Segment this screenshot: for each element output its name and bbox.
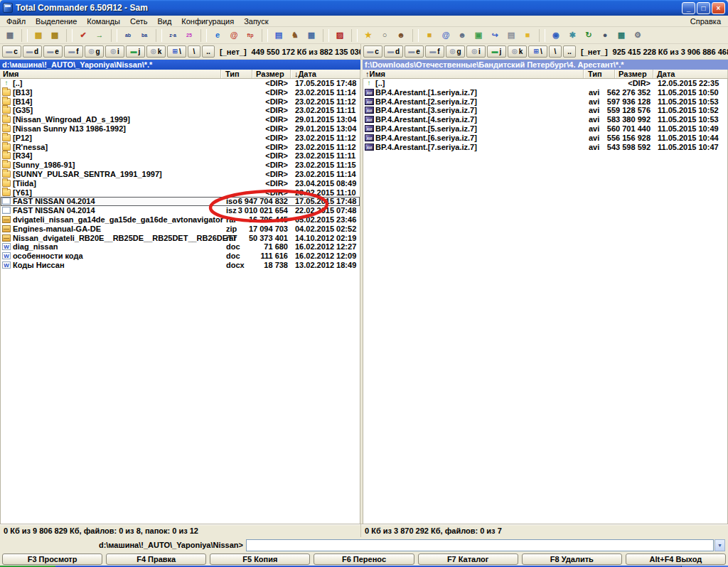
full-view-cube-icon[interactable]: ▩ <box>47 28 63 43</box>
file-row[interactable]: AVIBP.4.Arestant.[4.seriya.iz.7]avi583 3… <box>363 115 727 124</box>
menu-item[interactable]: Вид <box>152 16 176 26</box>
file-row[interactable]: [R'nessa]<DIR>23.02.2015 11:12 <box>1 143 360 152</box>
file-row[interactable]: [G35]<DIR>23.02.2015 11:11 <box>1 106 360 115</box>
file-row[interactable]: [Sunny_1986-91]<DIR>23.02.2015 11:15 <box>1 161 360 170</box>
sort-by-name-icon[interactable]: ab <box>120 28 136 43</box>
services-icon[interactable]: ● <box>597 28 613 43</box>
file-row[interactable]: AVIBP.4.Arestant.[6.seriya.iz.7]avi556 1… <box>363 134 727 143</box>
fkey-alt-f4[interactable]: Alt+F4 Выход <box>626 554 726 565</box>
calculator-icon[interactable]: ▦ <box>304 28 319 43</box>
printer-icon[interactable]: ▤ <box>503 28 519 43</box>
drive-d-button[interactable]: ▬d <box>384 45 403 58</box>
drive-g-button[interactable]: ◎g <box>85 45 104 58</box>
drive-f-button[interactable]: ▬f <box>425 45 444 58</box>
column-header-0[interactable]: ↑Имя <box>363 70 584 78</box>
file-row[interactable]: AVIBP.4.Arestant.[1.seriya.iz.7]avi562 2… <box>363 88 727 97</box>
file-row[interactable]: FAST NISSAN 04.2014iso6 947 704 83217.05… <box>1 197 360 206</box>
file-row[interactable]: Engines-manual-GA-DEzip17 094 70304.02.2… <box>1 225 360 234</box>
restore-button[interactable]: □ <box>697 2 710 14</box>
menu-item[interactable]: Файл <box>1 16 31 26</box>
file-row[interactable]: [R34]<DIR>23.02.2015 11:11 <box>1 151 360 161</box>
command-input[interactable] <box>246 539 714 551</box>
sort-descending-icon[interactable]: z·a <box>165 28 181 43</box>
fkey-f5[interactable]: F5 Копия <box>210 554 310 565</box>
file-row[interactable]: [Tiida]<DIR>23.04.2015 08:49 <box>1 179 360 188</box>
windows-update-icon[interactable]: ↻ <box>581 28 596 43</box>
menu-item[interactable]: Запуск <box>239 16 273 26</box>
users-icon[interactable]: ☻ <box>393 28 409 43</box>
file-row[interactable]: [Y61]<DIR>23.02.2015 11:10 <box>1 188 360 198</box>
drive-e-button[interactable]: ▬e <box>405 45 424 58</box>
column-header-3[interactable]: ↓Дата <box>291 70 360 78</box>
column-header-1[interactable]: Тип <box>221 70 252 78</box>
file-row[interactable]: WКоды Ниссанdocx18 73813.02.2012 18:49 <box>1 261 360 270</box>
drive-c-button[interactable]: ▬c <box>363 45 382 58</box>
drive-g-button[interactable]: ◎g <box>446 45 465 58</box>
url-list-icon[interactable]: @ <box>226 28 242 43</box>
drive-e-button[interactable]: ▬e <box>43 45 63 58</box>
drive-k-button[interactable]: ◎k <box>146 45 166 58</box>
file-row[interactable]: AVIBP.4.Arestant.[5.seriya.iz.7]avi560 7… <box>363 124 727 134</box>
column-header-1[interactable]: Тип <box>584 70 615 78</box>
user-account-icon[interactable]: ☻ <box>454 28 470 43</box>
file-row[interactable]: Nissan_dvigateli_RB20E__RB25DE__RB25DET_… <box>1 234 360 243</box>
power-options-icon[interactable]: ◉ <box>548 28 564 43</box>
menu-item[interactable]: Сеть <box>125 16 152 26</box>
file-row[interactable]: Wособенности кодаdoc111 61616.02.2012 12… <box>1 252 360 261</box>
folder-jump-icon[interactable]: ■ <box>422 28 437 43</box>
file-row[interactable]: AVIBP.4.Arestant.[7.seriya.iz.7]avi543 5… <box>363 143 727 152</box>
file-row[interactable]: [B13]<DIR>23.02.2015 11:14 <box>1 88 360 97</box>
file-row[interactable]: FAST NISSAN 04.2014isz3 010 021 65422.02… <box>1 206 360 215</box>
search-icon[interactable]: ○ <box>377 28 392 43</box>
left-path-bar[interactable]: d:\машина\!_AUTO\_Yaponiya\Nissan\*.* <box>0 60 360 70</box>
file-row[interactable]: [Nissan_Wingroad_AD_s_1999]<DIR>29.01.20… <box>1 115 360 124</box>
file-row[interactable]: [Nissan Sunny N13 1986-1992]<DIR>29.01.2… <box>1 124 360 134</box>
theme-icon[interactable]: ▦ <box>614 28 629 43</box>
network-places-icon[interactable]: @ <box>438 28 454 43</box>
notepad-icon[interactable]: ▤ <box>271 28 287 43</box>
column-header-2[interactable]: Размер <box>615 70 653 78</box>
network-root-button[interactable]: ⊞\ <box>528 45 547 58</box>
unpack-files-icon[interactable]: → <box>92 28 107 43</box>
favorites-star-icon[interactable]: ★ <box>360 28 376 43</box>
column-header-3[interactable]: Дата <box>653 70 728 78</box>
root-dir-button[interactable]: \ <box>188 45 200 58</box>
drive-i-button[interactable]: ◎i <box>466 45 486 58</box>
menu-item[interactable]: Команды <box>82 16 125 26</box>
menu-item-help[interactable]: Справка <box>685 16 727 26</box>
drive-c-button[interactable]: ▬c <box>2 45 21 58</box>
brief-view-cube-icon[interactable]: ▩ <box>31 28 46 43</box>
file-row[interactable]: AVIBP.4.Arestant.[2.seriya.iz.7]avi597 9… <box>363 97 727 107</box>
internet-explorer-icon[interactable]: e <box>210 28 225 43</box>
sort-by-ext-icon[interactable]: ba <box>136 28 152 43</box>
minimize-button[interactable]: _ <box>682 2 695 14</box>
verify-checksums-icon[interactable]: ✔ <box>75 28 91 43</box>
dos-prompt-icon[interactable]: ▨ <box>332 28 348 43</box>
pack-files-icon[interactable]: ▦ <box>2 28 18 43</box>
drive-j-button[interactable]: ▬j <box>487 45 506 58</box>
title-bar[interactable]: Total Commander 6.50Я12 - Sam _□× <box>0 0 728 16</box>
menu-item[interactable]: Конфигурация <box>176 16 239 26</box>
file-row[interactable]: ↑[..]<DIR>12.05.2015 22:35 <box>363 79 727 88</box>
drive-k-button[interactable]: ◎k <box>508 45 527 58</box>
root-dir-button[interactable]: \ <box>549 45 562 58</box>
open-folder-icon[interactable]: ■ <box>520 28 535 43</box>
menu-item[interactable]: Выделение <box>31 16 82 26</box>
fkey-f8[interactable]: F8 Удалить <box>522 554 622 565</box>
file-row[interactable]: dvigateli_nissan_ga14de_ga15de_ga16de_av… <box>1 215 360 225</box>
file-list-right[interactable]: ↑[..]<DIR>12.05.2015 22:35AVIBP.4.Aresta… <box>363 79 728 524</box>
file-row[interactable]: [SUNNY_PULSAR_SENTRA_1991_1997]<DIR>23.0… <box>1 170 360 179</box>
display-icon[interactable]: ▣ <box>471 28 486 43</box>
file-row[interactable]: Wdiag_nissandoc71 68016.02.2012 12:27 <box>1 242 360 252</box>
file-row[interactable]: ↑[..]<DIR>17.05.2015 17:48 <box>1 79 360 88</box>
column-header-2[interactable]: Размер <box>252 70 291 78</box>
wolf-tool-icon[interactable]: ♞ <box>287 28 303 43</box>
command-history-dropdown[interactable]: ▼ <box>714 539 725 551</box>
settings-gear-icon[interactable]: ⚙ <box>630 28 646 43</box>
right-path-bar[interactable]: f:\Downloads\Отечественные\Бандитский Пе… <box>363 60 728 70</box>
file-row[interactable]: [B14]<DIR>23.02.2015 11:12 <box>1 97 360 107</box>
fkey-f6[interactable]: F6 Перенос <box>314 554 414 565</box>
file-row[interactable]: AVIBP.4.Arestant.[3.seriya.iz.7]avi559 1… <box>363 106 727 115</box>
appearance-icon[interactable]: ✱ <box>564 28 580 43</box>
drive-f-button[interactable]: ▬f <box>64 45 83 58</box>
